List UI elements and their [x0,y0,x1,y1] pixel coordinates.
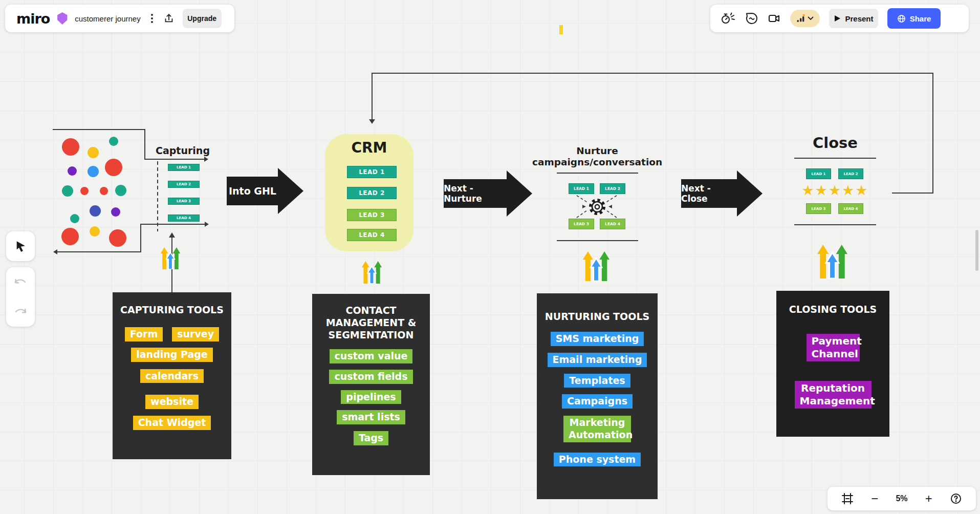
dot [70,214,79,223]
close-lead-2[interactable]: LEAD 2 [838,168,863,179]
present-button[interactable]: Present [829,9,878,28]
mini-sticky-note[interactable] [559,25,563,34]
zoom-level[interactable]: 5% [896,494,907,503]
ghl-arrows-icon[interactable] [160,247,181,269]
miro-logo[interactable]: miro [16,11,50,27]
board-title[interactable]: customerer journey [75,14,140,23]
capture-lead-1[interactable]: LEAD 1 [168,164,200,171]
apps-chip[interactable] [790,10,820,27]
scrollbar-thumb[interactable] [975,230,978,271]
dot [105,159,122,176]
ghl-arrows-icon[interactable] [817,244,847,279]
ghl-arrows-icon[interactable] [361,261,383,284]
dot [90,226,100,237]
chat-icon[interactable] [745,12,758,25]
tag-smart-lists[interactable]: smart lists [337,410,405,424]
board-menu-button[interactable] [148,11,156,26]
close-lead-3[interactable]: LEAD 3 [806,203,831,214]
export-icon[interactable] [163,13,175,24]
dot [62,185,73,197]
share-label: Share [910,14,931,23]
mini-chart-icon [796,14,805,23]
dot [61,228,79,245]
box-title: NURTURING TOOLS [545,310,649,323]
tag-pipelines[interactable]: pipelines [341,390,401,404]
tag-sms-marketing[interactable]: SMS marketing [551,332,644,346]
zoom-out-button[interactable]: − [871,492,878,505]
capture-lead-3[interactable]: LEAD 3 [168,198,200,205]
share-button[interactable]: Share [887,8,941,29]
box-title: CAPTURING TOOLS [120,304,224,316]
close-title[interactable]: Close [794,134,876,152]
help-icon[interactable] [950,492,962,505]
nurture-lead-3[interactable]: LEAD 3 [569,219,594,229]
capture-lead-4[interactable]: LEAD 4 [168,215,200,222]
dot [88,166,99,177]
nurture-title[interactable]: Nurture campaigns/conversation [532,145,662,167]
tag-phone-system[interactable]: Phone system [554,453,641,467]
upgrade-button[interactable]: Upgrade [183,9,222,28]
dot [80,187,89,195]
tag-website[interactable]: website [145,395,199,409]
close-lead-4[interactable]: LEAD 4 [838,203,863,214]
tag-tags[interactable]: Tags [354,431,388,445]
next-nurture-label: Next - Nurture [444,179,507,208]
zoom-in-button[interactable]: + [925,492,932,505]
dot [88,147,99,158]
nurture-lead-2[interactable]: LEAD 2 [600,183,625,194]
tag-payment-channel[interactable]: Payment Channel [807,334,860,361]
crm-lead-1[interactable]: LEAD 1 [347,166,397,178]
close-lead-1[interactable]: LEAD 1 [806,168,831,179]
timer-icon[interactable] [721,12,736,25]
crm-title: CRM [325,139,413,156]
dot [100,187,108,195]
video-chat-icon[interactable] [768,12,781,25]
cursor-select-tool[interactable] [14,240,27,253]
tag-form[interactable]: Form [125,327,163,341]
closing-tools-box[interactable]: CLOSING TOOLS Payment Channel Reputation… [776,291,889,437]
contact-management-box[interactable]: CONTACT MANAGEMENT & SEGMENTATION custom… [312,294,430,475]
miro-board-canvas[interactable]: Capturing LEAD 1 LEAD 2 LEAD 3 LEAD 4 In… [0,0,980,514]
crm-lead-3[interactable]: LEAD 3 [347,209,397,221]
undo-icon[interactable] [14,277,27,287]
tag-custom-value[interactable]: custom value [330,349,413,363]
ghl-arrows-icon[interactable] [583,251,609,282]
gear-icon [586,196,608,218]
star-rating[interactable]: ★★★★★ [801,182,869,198]
dot [68,166,77,176]
redo-icon[interactable] [14,307,27,316]
dot [90,205,101,217]
arrow-head [507,170,532,217]
into-ghl-arrow[interactable]: Into GHL [227,168,303,214]
next-close-arrow[interactable]: Next - Close [681,170,763,217]
capture-lead-2[interactable]: LEAD 2 [168,181,200,188]
nurturing-tools-box[interactable]: NURTURING TOOLS SMS marketing Email mark… [537,293,658,499]
tag-calendars[interactable]: calendars [140,369,204,383]
fit-to-frame-icon[interactable] [841,492,854,505]
tag-email-marketing[interactable]: Email marketing [548,353,647,367]
globe-icon [897,14,906,23]
dot [109,137,118,146]
dot [62,138,79,156]
tag-survey[interactable]: survey [172,327,219,341]
arrow-head [737,170,763,217]
dot [115,185,126,196]
nurture-lead-4[interactable]: LEAD 4 [600,219,625,229]
capturing-title[interactable]: Capturing [152,145,213,156]
tag-reputation-management[interactable]: Reputation Management [795,381,872,409]
nurture-lead-1[interactable]: LEAD 1 [569,183,594,194]
capturing-tools-box[interactable]: CAPTURING TOOLS Form survey landing Page… [113,292,231,459]
dot [111,207,120,217]
tag-landing-page[interactable]: landing Page [131,348,212,362]
tag-templates[interactable]: Templates [564,374,630,388]
header-right-bar: Present Share [710,5,969,32]
crm-lead-2[interactable]: LEAD 2 [347,187,397,199]
next-nurture-arrow[interactable]: Next - Nurture [444,170,534,217]
tag-chat-widget[interactable]: Chat Widget [133,416,211,430]
crm-lead-4[interactable]: LEAD 4 [347,229,397,241]
tag-marketing-automation[interactable]: Marketing Automation [563,416,631,442]
history-tool-card [6,267,35,327]
tag-campaigns[interactable]: Campaigns [562,394,633,409]
tag-custom-fields[interactable]: custom fields [329,370,412,384]
zoom-toolbar: − 5% + [827,487,976,510]
